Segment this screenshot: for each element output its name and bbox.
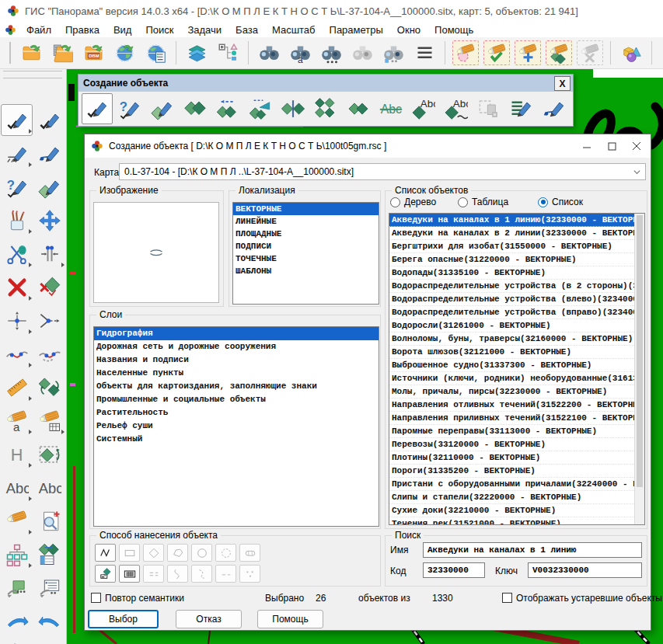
- radio-tree[interactable]: Дерево: [390, 197, 436, 207]
- pencil-check-button[interactable]: [82, 93, 113, 124]
- shapes-3d-button[interactable]: [617, 40, 645, 66]
- list-item[interactable]: ПЛОЩАДНЫЕ: [233, 228, 379, 240]
- pencil-question-tool-button[interactable]: ?: [1, 171, 33, 203]
- diamond-dashed-tool-button[interactable]: [33, 438, 65, 470]
- brushes-tool-button[interactable]: [1, 204, 33, 236]
- m-rhombus-button[interactable]: [143, 544, 164, 562]
- menu-item[interactable]: Помощь: [427, 24, 480, 36]
- label-strike-button[interactable]: Abc: [375, 93, 407, 124]
- find-layers-button[interactable]: [545, 40, 573, 66]
- repeat-semantics-checkbox[interactable]: [91, 593, 101, 603]
- list-item[interactable]: Водоросли(31261000 - ВЕКТОРНЫЕ): [389, 319, 634, 332]
- list-item[interactable]: Дорожная сеть и дорожные сооружения: [94, 340, 379, 353]
- list-item[interactable]: Плотины(32110000 - ВЕКТОРНЫЕ): [389, 451, 634, 465]
- binoculars-button[interactable]: [255, 40, 283, 66]
- list-item[interactable]: Пороги(31335200 - ВЕКТОРНЫЕ): [389, 465, 634, 478]
- list-item[interactable]: Промышленные и социальные объекты: [94, 393, 379, 406]
- show-obsolete-checkbox[interactable]: [502, 593, 512, 603]
- m-ellipse-button[interactable]: [191, 544, 212, 562]
- find-remove-button[interactable]: [576, 40, 604, 66]
- hierarchy-tool-button[interactable]: [1, 538, 33, 570]
- list-item[interactable]: ТОЧЕЧНЫЕ: [233, 252, 379, 265]
- photos-tool-button[interactable]: [1, 639, 33, 644]
- ruler-tool-button[interactable]: [1, 371, 33, 403]
- list-item[interactable]: Системный: [94, 433, 379, 446]
- radio-circle[interactable]: [390, 197, 400, 207]
- menu-item[interactable]: Окно: [390, 24, 427, 36]
- diamonds-four-button[interactable]: [310, 93, 341, 124]
- move-arrows-tool-button[interactable]: [33, 204, 65, 236]
- help-button[interactable]: Помощь: [257, 610, 323, 628]
- flashlight-a-tool-button[interactable]: a: [1, 405, 33, 437]
- list-item[interactable]: ШАБЛОНЫ: [233, 265, 379, 277]
- m-digitizer-button[interactable]: [95, 565, 116, 583]
- globe-export-button[interactable]: [110, 40, 138, 66]
- list-item[interactable]: Объекты для картоиздания, заполняющие зн…: [94, 380, 379, 393]
- arrow-left-tool-button[interactable]: [33, 605, 65, 637]
- close-button[interactable]: X: [554, 76, 571, 91]
- pencil-hatch-tool-button[interactable]: [1, 138, 33, 169]
- m-polygon-button[interactable]: [167, 544, 188, 562]
- cancel-button[interactable]: Отказ: [176, 610, 242, 628]
- list-item[interactable]: Названия и подписи: [94, 353, 379, 367]
- gear-tool-button[interactable]: [33, 639, 65, 644]
- dialog-titlebar[interactable]: Создание объекта [ D:\К О М П Л Е К Т Н …: [85, 134, 651, 158]
- diamond-split-button[interactable]: [277, 93, 309, 124]
- list-item[interactable]: Направления отливных течений(31522200 - …: [389, 399, 634, 412]
- binoculars-text-button[interactable]: a: [286, 40, 314, 66]
- branch-arrow-tool-button[interactable]: [33, 305, 65, 336]
- list-item[interactable]: Рельеф суши: [94, 419, 379, 433]
- arrow-right-tool-button[interactable]: [1, 605, 33, 637]
- minimize-icon[interactable]: [574, 134, 599, 158]
- diamonds-pair-button[interactable]: [180, 93, 211, 124]
- abc-tool-button[interactable]: Abc: [33, 472, 65, 503]
- find-add-button[interactable]: [514, 40, 542, 66]
- folder-open-button[interactable]: [17, 40, 45, 66]
- m-dots-button[interactable]: [239, 565, 260, 583]
- wave-dashed-tool-button[interactable]: [33, 338, 65, 370]
- globe-tasks-button[interactable]: [141, 40, 169, 66]
- list-item[interactable]: Молы, причалы, пирсы(32230000 - ВЕКТОРНЫ…: [389, 385, 634, 399]
- map-combobox[interactable]: 0.L-37-104 - [D:\К О М П Л ..\L-37-104-A…: [119, 163, 646, 180]
- list-item[interactable]: Выброшенное судно(31337300 - ВЕКТОРНЫЕ): [389, 359, 634, 372]
- flashlight-tool-button[interactable]: [1, 505, 33, 537]
- radio-table[interactable]: Таблица: [458, 197, 508, 207]
- list-item[interactable]: Водопады(31335100 - ВЕКТОРНЫЕ): [389, 266, 634, 280]
- binoculars-more-button[interactable]: [317, 40, 345, 66]
- doc-magnifier-tool-button[interactable]: [33, 505, 65, 537]
- list-item[interactable]: Ворота шлюзов(32121000 - ВЕКТОРНЫЕ): [389, 346, 634, 359]
- list-item[interactable]: Направления приливных течений(31522100 -…: [389, 412, 634, 425]
- list-item[interactable]: Слипы и стапели(32220000 - ВЕКТОРНЫЕ): [389, 491, 634, 504]
- key-input[interactable]: [528, 562, 642, 578]
- menu-item[interactable]: Правка: [58, 24, 106, 36]
- pencil-polygon-tool-button[interactable]: [33, 171, 65, 203]
- menu-item[interactable]: Вид: [106, 24, 139, 36]
- create-object-toolbar-titlebar[interactable]: Создание объекта X: [79, 75, 573, 92]
- list-item[interactable]: Водораспределительные устройства (вправо…: [389, 306, 634, 319]
- object-list-scrollbar[interactable]: [634, 214, 644, 524]
- menu-item[interactable]: Файл: [19, 24, 58, 36]
- m-circle-dashed-button[interactable]: [215, 544, 236, 562]
- edit-points-tool-button[interactable]: [33, 238, 65, 270]
- pencil-spline-tool-button[interactable]: [33, 138, 65, 169]
- binoculars-select-button[interactable]: [379, 40, 407, 66]
- list-item[interactable]: Волноломы, буны, траверсы(32160000 - ВЕК…: [389, 332, 634, 346]
- list-item[interactable]: ЛИНЕЙНЫЕ: [233, 215, 379, 228]
- legend-tree-button[interactable]: [214, 40, 242, 66]
- m-rounded-button[interactable]: [239, 544, 260, 562]
- lightning-button[interactable]: [658, 40, 663, 66]
- pencil-question-button[interactable]: ?: [114, 93, 145, 124]
- list-item[interactable]: Населенные пункты: [94, 367, 379, 380]
- list-item[interactable]: Перевозы(33120000 - ВЕКТОРНЫЕ): [389, 438, 634, 451]
- crosshair-move-tool-button[interactable]: [1, 305, 33, 336]
- menu-item[interactable]: Задачи: [180, 24, 229, 36]
- radio-circle-selected[interactable]: [538, 197, 548, 207]
- radio-circle[interactable]: [458, 197, 468, 207]
- check-x-diamond-tool-button[interactable]: [33, 271, 65, 303]
- folder-server-button[interactable]: [48, 40, 76, 66]
- menu-item[interactable]: Параметры: [323, 24, 390, 36]
- list-item[interactable]: Акведуки на каналах в 1 линию(32330000 -…: [389, 214, 634, 227]
- binoculars-off-button[interactable]: [348, 40, 376, 66]
- name-input[interactable]: [423, 542, 642, 558]
- copy-object-button[interactable]: [473, 93, 504, 124]
